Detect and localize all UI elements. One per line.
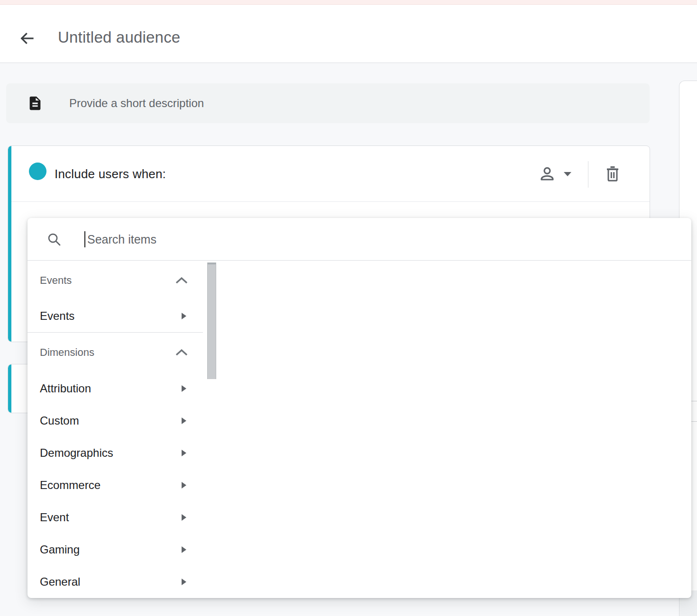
menu-item-demographics[interactable]: Demographics bbox=[28, 437, 203, 469]
top-bar: Untitled audience bbox=[0, 5, 697, 63]
text-cursor bbox=[84, 231, 85, 247]
picker-menu: Events Events Dimensions Attrib bbox=[28, 261, 203, 598]
menu-item-general[interactable]: General bbox=[28, 566, 203, 598]
arrow-right-icon bbox=[181, 449, 187, 457]
menu-item-events[interactable]: Events bbox=[28, 300, 203, 332]
description-field[interactable]: Provide a short description bbox=[6, 83, 650, 123]
menu-item-attribution[interactable]: Attribution bbox=[28, 372, 203, 405]
picker-search-field[interactable]: Search items bbox=[28, 218, 691, 261]
menu-item-label: General bbox=[40, 575, 181, 589]
menu-item-label: Custom bbox=[40, 414, 181, 427]
document-icon bbox=[27, 95, 43, 112]
search-placeholder: Search items bbox=[87, 218, 156, 261]
menu-item-label: Event bbox=[40, 511, 181, 524]
include-card-header: Include users when: bbox=[11, 146, 650, 202]
card-accent-bar bbox=[8, 364, 11, 413]
group-label: Dimensions bbox=[40, 346, 174, 359]
arrow-right-icon bbox=[181, 384, 187, 393]
group-header-dimensions[interactable]: Dimensions bbox=[28, 333, 203, 372]
include-marker-dot bbox=[29, 163, 46, 180]
search-icon bbox=[46, 232, 62, 247]
picker-scrollbar[interactable] bbox=[207, 263, 216, 379]
menu-item-label: Ecommerce bbox=[40, 479, 181, 492]
menu-item-event[interactable]: Event bbox=[28, 501, 203, 534]
menu-item-custom[interactable]: Custom bbox=[28, 405, 203, 437]
group-label: Events bbox=[40, 274, 174, 287]
arrow-right-icon bbox=[181, 513, 187, 522]
delete-card-button[interactable] bbox=[598, 162, 627, 186]
arrow-left-icon bbox=[18, 30, 36, 47]
scope-selector-button[interactable] bbox=[530, 162, 580, 186]
chevron-up-icon bbox=[174, 276, 189, 285]
arrow-right-icon bbox=[181, 545, 187, 554]
header-divider bbox=[588, 161, 588, 188]
back-button[interactable] bbox=[17, 28, 37, 48]
arrow-right-icon bbox=[181, 578, 187, 586]
caret-down-icon bbox=[562, 171, 573, 177]
item-picker-dropdown: Search items Events Events Dimensions bbox=[28, 218, 691, 598]
menu-item-label: Demographics bbox=[40, 446, 181, 460]
page-title: Untitled audience bbox=[58, 28, 180, 46]
notification-bar-sliver bbox=[0, 0, 697, 5]
chevron-up-icon bbox=[174, 348, 189, 357]
menu-item-ecommerce[interactable]: Ecommerce bbox=[28, 469, 203, 501]
card-accent-bar bbox=[8, 146, 11, 342]
arrow-right-icon bbox=[181, 312, 187, 320]
menu-item-gaming[interactable]: Gaming bbox=[28, 534, 203, 566]
arrow-right-icon bbox=[181, 481, 187, 489]
group-header-events[interactable]: Events bbox=[28, 261, 203, 300]
trash-icon bbox=[604, 164, 621, 183]
menu-item-label: Events bbox=[40, 309, 181, 323]
include-card-title: Include users when: bbox=[55, 146, 166, 202]
menu-item-label: Gaming bbox=[40, 543, 181, 556]
description-placeholder: Provide a short description bbox=[69, 83, 204, 123]
person-icon bbox=[538, 164, 557, 183]
arrow-right-icon bbox=[181, 417, 187, 425]
menu-item-label: Attribution bbox=[40, 382, 181, 395]
